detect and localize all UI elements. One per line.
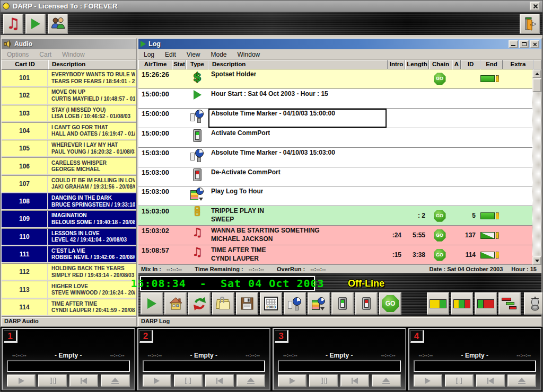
audio-row[interactable]: 106CARELESS WHISPERGEORGE MICHAEL bbox=[2, 157, 136, 175]
mic-button[interactable] bbox=[524, 292, 543, 315]
column-header-description[interactable]: Description bbox=[48, 60, 136, 69]
log-row[interactable]: 15:00:00Absolute Time Marker - 04/10/03 … bbox=[138, 109, 532, 128]
audio-row[interactable]: 104I CAN'T GO FOR THATHALL AND OATES / 1… bbox=[2, 122, 136, 140]
column-header-length[interactable]: Length bbox=[405, 60, 429, 69]
log-row[interactable]: 15:26:26$Spotset HolderGO bbox=[138, 69, 532, 89]
gantt-button[interactable] bbox=[498, 292, 521, 315]
column-header-a[interactable]: A bbox=[452, 60, 461, 69]
log-row[interactable]: 15:00:00Activate CommPort bbox=[138, 128, 532, 148]
audio-row[interactable]: 101EVERYBODY WANTS TO RULE WORTEARS FOR … bbox=[2, 69, 136, 87]
audio-row[interactable]: 109IMAGINATIONBELOUIS SOME / 19:40:18 - … bbox=[2, 210, 136, 228]
audio-row[interactable]: 108DANCING IN THE DARKBRUCE SPRINGSTEEN … bbox=[2, 193, 136, 210]
menu-item-window[interactable]: Window bbox=[232, 50, 266, 59]
column-header-extra[interactable]: Extra bbox=[503, 60, 533, 69]
audio-row[interactable]: 111C'EST LA VIEROBBIE NEVIL / 19:42:06 -… bbox=[2, 246, 136, 263]
audio-row[interactable]: 112HOLDING BACK THE YEARSSIMPLY RED / 19… bbox=[2, 263, 136, 281]
go-button[interactable]: GO bbox=[434, 249, 446, 261]
go-button[interactable]: GO bbox=[434, 73, 446, 85]
commport-on-button[interactable] bbox=[331, 292, 354, 315]
scroll-down-button[interactable] bbox=[532, 256, 541, 265]
column-header-stat[interactable]: Stat bbox=[172, 60, 186, 69]
exit-button[interactable] bbox=[520, 14, 540, 34]
maximize-button[interactable] bbox=[519, 40, 529, 48]
column-header-intro[interactable]: Intro bbox=[388, 60, 405, 69]
column-header-end[interactable]: End bbox=[480, 60, 503, 69]
deck-pause-button[interactable] bbox=[445, 375, 474, 387]
audio-row[interactable]: 102MOVE ON UPCURTIS MAYFIELD / 10:48:57 … bbox=[2, 87, 136, 104]
audio-row[interactable]: 114TIME AFTER TIMECYNDI LAUPER / 20:41:5… bbox=[2, 299, 136, 316]
audio-row[interactable]: 105WHEREVER I LAY MY HATPAUL YOUNG / 16:… bbox=[2, 140, 136, 157]
audio-row[interactable]: 110LESSONS IN LOVELEVEL 42 / 19:41:04 - … bbox=[2, 228, 136, 246]
deck-eject-button[interactable] bbox=[507, 375, 536, 387]
deck-play-button[interactable] bbox=[7, 375, 36, 387]
music-button[interactable]: ♫ bbox=[3, 14, 23, 34]
save-button[interactable] bbox=[236, 292, 258, 315]
description-cell: I CAN'T GO FOR THATHALL AND OATES / 16:1… bbox=[48, 123, 136, 139]
deck-skip-start-button[interactable] bbox=[476, 375, 505, 387]
users-button[interactable] bbox=[48, 14, 68, 34]
bar-yellow-green-button[interactable] bbox=[427, 292, 449, 315]
column-header-description[interactable]: Description bbox=[208, 60, 388, 69]
menu-item-cart[interactable]: Cart bbox=[34, 50, 57, 59]
cart-id-cell: 104 bbox=[2, 123, 48, 139]
audio-row[interactable]: 113HIGHER LOVESTEVE WINWOOD / 20:16:24 -… bbox=[2, 281, 136, 298]
play-button[interactable] bbox=[25, 14, 46, 34]
deck-eject-button[interactable] bbox=[372, 375, 400, 387]
play-button[interactable] bbox=[141, 292, 163, 315]
deck-play-button[interactable] bbox=[414, 375, 442, 387]
deck-eject-button[interactable] bbox=[101, 375, 129, 387]
notes-button[interactable] bbox=[212, 292, 234, 315]
go-button[interactable]: GO bbox=[379, 292, 401, 315]
log-row[interactable]: 15:00:00Hour Start : Sat 04 Oct 2003 - H… bbox=[138, 89, 532, 109]
menu-item-options[interactable]: Options bbox=[2, 50, 34, 59]
deck-pause-button[interactable] bbox=[174, 375, 203, 387]
deck-skip-start-button[interactable] bbox=[340, 375, 369, 387]
audio-row[interactable]: 107COULD IT BE IM FALLING IN LOVEJAKI GR… bbox=[2, 175, 136, 193]
menu-item-window[interactable]: Window bbox=[57, 50, 90, 59]
log-row[interactable]: 15:03:02♫WANNA BE STARTING SOMETHINGMICH… bbox=[138, 226, 532, 245]
song-detail: GEORGE MICHAEL bbox=[51, 166, 135, 173]
log-row[interactable]: 15:03:00Play Log To Hour bbox=[138, 186, 532, 206]
deck-pause-button[interactable] bbox=[309, 375, 338, 387]
column-header-cart-id[interactable]: Cart ID bbox=[2, 60, 48, 69]
deck-skip-start-button[interactable] bbox=[69, 375, 98, 387]
event-title: Play Log To Hour bbox=[211, 188, 263, 196]
menu-item-edit[interactable]: Edit bbox=[160, 50, 181, 59]
audio-row[interactable]: 103STAY (I MISSED YOU)LISA LOEB / 10:46:… bbox=[2, 105, 136, 122]
column-header-type[interactable]: Type bbox=[186, 60, 208, 69]
column-header-airtime[interactable]: AirTime bbox=[138, 60, 172, 69]
menu-item-log[interactable]: Log bbox=[138, 50, 160, 59]
refresh-button[interactable] bbox=[188, 292, 211, 315]
deck-pause-button[interactable] bbox=[38, 375, 67, 387]
play-log-button[interactable] bbox=[308, 292, 330, 315]
deck-skip-start-button[interactable] bbox=[205, 375, 234, 387]
close-button[interactable] bbox=[530, 40, 539, 48]
calendar-button[interactable]: 2003 bbox=[260, 292, 282, 315]
type-cell: $ bbox=[186, 69, 208, 88]
minimize-button[interactable] bbox=[509, 40, 518, 48]
go-button[interactable]: GO bbox=[434, 229, 446, 242]
deck-eject-button[interactable] bbox=[237, 375, 265, 387]
deck-play-button[interactable] bbox=[278, 375, 306, 387]
column-header-chain[interactable]: Chain bbox=[429, 60, 452, 69]
home-button[interactable] bbox=[164, 292, 187, 315]
column-header-id[interactable]: ID bbox=[461, 60, 480, 69]
bar-green-red-button[interactable] bbox=[475, 292, 497, 315]
menu-item-view[interactable]: View bbox=[181, 50, 206, 59]
scroll-up-button[interactable] bbox=[532, 69, 541, 78]
log-row[interactable]: 15:08:57♫TIME AFTER TIMECYNDI LAUPER:153… bbox=[138, 245, 532, 265]
log-row[interactable]: 15:03:00Absolute Time Marker - 04/10/03 … bbox=[138, 148, 532, 167]
audio-titlebar: Audio bbox=[2, 39, 136, 49]
time-marker-button[interactable] bbox=[284, 292, 306, 315]
close-button[interactable] bbox=[530, 2, 540, 11]
log-scrollbar[interactable] bbox=[532, 69, 541, 265]
extra-cell bbox=[502, 109, 532, 128]
deck-play-button[interactable] bbox=[143, 375, 171, 387]
log-row[interactable]: 15:03:00De-Activate CommPort bbox=[138, 167, 532, 187]
scroll-thumb[interactable] bbox=[532, 78, 541, 92]
commport-off-button[interactable] bbox=[355, 292, 378, 315]
menu-item-mode[interactable]: Mode bbox=[206, 50, 232, 59]
go-button[interactable]: GO bbox=[434, 210, 446, 222]
bar-yellow-green-red-button[interactable] bbox=[451, 292, 473, 315]
log-row[interactable]: 15:03:00TRIPPLE PLAY INSWEEP: 2GO5 bbox=[138, 206, 532, 226]
